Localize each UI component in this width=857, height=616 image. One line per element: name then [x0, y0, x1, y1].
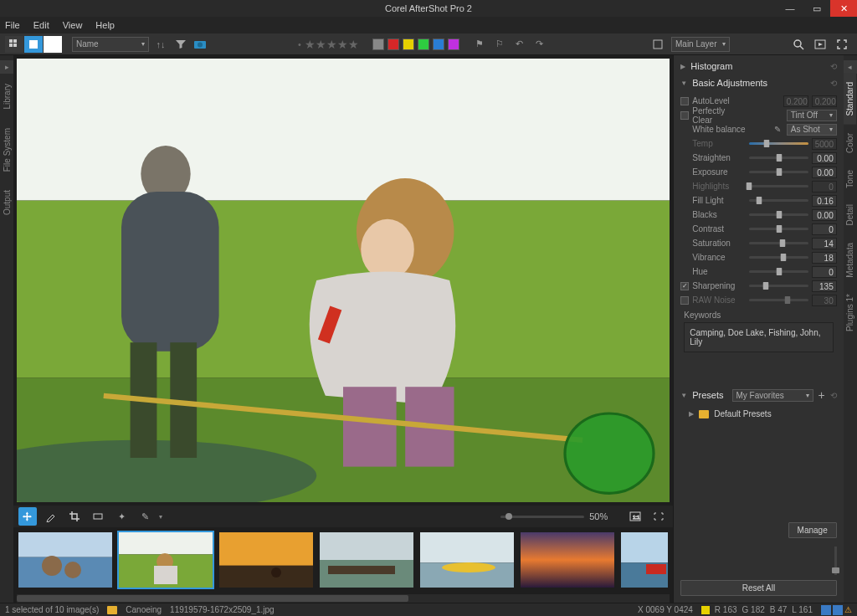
minimize-button[interactable]: —	[777, 0, 803, 17]
heal-tool[interactable]: ✦	[112, 507, 131, 526]
tag-icon[interactable]: ⚐	[491, 36, 508, 53]
section-histogram[interactable]: ▶Histogram⟲	[677, 59, 839, 74]
tab-output[interactable]: Output	[1, 182, 13, 223]
filter-icon[interactable]	[172, 36, 189, 53]
zoom-slider[interactable]	[500, 516, 584, 518]
view-grid-button[interactable]	[5, 36, 23, 53]
section-basic-adjustments[interactable]: ▼Basic Adjustments⟲	[677, 75, 839, 90]
eyedropper-tool[interactable]	[42, 507, 60, 526]
contrast-slider[interactable]	[749, 228, 808, 230]
sharpening-checkbox[interactable]	[680, 282, 689, 290]
warning-icon[interactable]: ⚠	[844, 605, 852, 615]
rawnoise-checkbox[interactable]	[680, 296, 689, 305]
thumbnail[interactable]	[17, 531, 114, 589]
perfectlyclear-select[interactable]: Tint Off	[787, 110, 837, 121]
presets-reset-icon[interactable]: ⟲	[830, 391, 837, 400]
camera-icon[interactable]	[192, 36, 209, 53]
color-tag-yellow[interactable]	[403, 38, 414, 50]
menu-file[interactable]: File	[5, 20, 20, 30]
autolevel-checkbox[interactable]	[680, 97, 689, 105]
tab-library[interactable]: Library	[1, 75, 13, 118]
blacks-value[interactable]: 0.00	[812, 209, 837, 221]
color-tag-purple[interactable]	[448, 38, 459, 50]
view-compare-button[interactable]	[44, 36, 62, 53]
perfectlyclear-checkbox[interactable]	[680, 111, 689, 120]
keywords-field[interactable]: Camping, Doe Lake, Fishing, John, Lily	[684, 322, 833, 352]
fullscreen-toggle-icon[interactable]	[649, 507, 668, 526]
highlights-slider[interactable]	[749, 185, 808, 187]
straighten-tool[interactable]	[89, 507, 107, 526]
thumbnail[interactable]	[619, 531, 670, 589]
highlights-value[interactable]: 0	[812, 181, 837, 192]
rawnoise-value[interactable]: 30	[812, 295, 837, 306]
color-tag-blue[interactable]	[433, 38, 444, 50]
saturation-slider[interactable]	[749, 242, 808, 244]
temp-slider[interactable]	[749, 142, 808, 145]
thumbnail-scrollbar[interactable]	[17, 594, 670, 603]
color-tag-red[interactable]	[387, 38, 399, 50]
reset-all-button[interactable]: Reset All	[680, 580, 836, 596]
color-tag-green[interactable]	[418, 38, 429, 50]
manage-button[interactable]: Manage	[788, 522, 837, 538]
image-preview[interactable]	[17, 59, 670, 502]
view-single-button[interactable]	[24, 36, 43, 53]
tab-standard[interactable]: Standard	[844, 74, 856, 125]
slideshow-icon[interactable]	[812, 36, 829, 53]
expand-right-panel[interactable]: ◂	[844, 60, 857, 74]
tab-tone[interactable]: Tone	[844, 162, 856, 197]
thumbnail[interactable]	[117, 531, 214, 589]
tab-color[interactable]: Color	[844, 125, 856, 162]
thumbnail[interactable]	[218, 531, 315, 589]
autolevel-val1[interactable]: 0.200	[783, 95, 808, 107]
eyedropper-wb-icon[interactable]: ✎	[772, 124, 783, 136]
straighten-slider[interactable]	[749, 157, 808, 159]
rating-stars[interactable]: ★★★★★	[305, 38, 359, 51]
brush-tool[interactable]: ✎	[136, 507, 154, 526]
crop-tool[interactable]	[65, 507, 84, 526]
close-button[interactable]: ✕	[830, 0, 857, 17]
whitebalance-select[interactable]: As Shot	[787, 124, 837, 136]
menu-help[interactable]: Help	[95, 20, 115, 30]
tab-plugins[interactable]: Plugins 1*	[844, 285, 856, 340]
menu-view[interactable]: View	[63, 20, 83, 30]
sharpening-slider[interactable]	[749, 285, 808, 287]
temp-value[interactable]: 5000	[812, 138, 837, 150]
tab-detail[interactable]: Detail	[844, 196, 856, 234]
search-icon[interactable]	[790, 36, 807, 53]
thumbnail[interactable]	[418, 531, 516, 589]
hue-value[interactable]: 0	[812, 266, 837, 278]
fullscreen-icon[interactable]	[834, 36, 850, 53]
status-icon[interactable]	[833, 605, 843, 615]
thumbnail[interactable]	[519, 531, 616, 589]
tab-metadata[interactable]: Metadata	[844, 234, 856, 286]
exposure-slider[interactable]	[749, 171, 808, 173]
vibrance-slider[interactable]	[749, 256, 808, 259]
maximize-button[interactable]: ▭	[803, 0, 830, 17]
hue-slider[interactable]	[749, 270, 808, 273]
add-preset-icon[interactable]: +	[819, 388, 825, 402]
fit-screen-icon[interactable]: 1:1	[626, 507, 644, 526]
straighten-value[interactable]: 0.00	[812, 152, 837, 164]
autolevel-val2[interactable]: 0.200	[812, 95, 837, 107]
sort-ascending-icon[interactable]: ↑↓	[152, 36, 169, 53]
sort-select[interactable]: Name	[72, 37, 149, 52]
thumbnail-size-slider[interactable]	[834, 547, 837, 575]
presets-select[interactable]: My Favorites	[732, 389, 813, 402]
filllight-slider[interactable]	[749, 199, 808, 202]
rotate-left-icon[interactable]: ↶	[511, 36, 528, 53]
layer-select[interactable]: Main Layer	[671, 37, 730, 52]
flag-icon[interactable]: ⚑	[471, 36, 488, 53]
default-presets-folder[interactable]: ▶Default Presets	[677, 406, 839, 422]
rawnoise-slider[interactable]	[749, 299, 808, 301]
contrast-value[interactable]: 0	[812, 223, 837, 235]
status-icon[interactable]	[821, 605, 831, 615]
sharpening-value[interactable]: 135	[812, 280, 837, 292]
tab-filesystem[interactable]: File System	[1, 120, 13, 180]
expand-left-panel[interactable]: ▸	[0, 60, 13, 74]
vibrance-value[interactable]: 18	[812, 252, 837, 264]
color-tag-none[interactable]	[372, 38, 384, 50]
layers-icon[interactable]	[649, 36, 666, 53]
menu-edit[interactable]: Edit	[33, 20, 49, 30]
blacks-slider[interactable]	[749, 213, 808, 216]
filllight-value[interactable]: 0.16	[812, 195, 837, 207]
